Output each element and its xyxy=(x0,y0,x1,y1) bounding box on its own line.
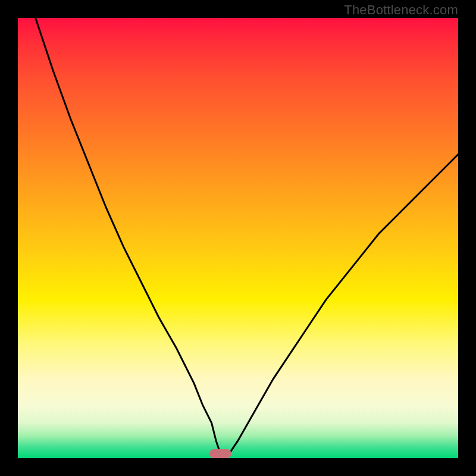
watermark-text: TheBottleneck.com xyxy=(344,2,458,18)
curve-svg xyxy=(18,18,458,458)
chart-frame: TheBottleneck.com xyxy=(0,0,476,476)
minimum-marker xyxy=(209,449,231,458)
bottleneck-curve xyxy=(36,18,458,454)
plot-area xyxy=(18,18,458,458)
